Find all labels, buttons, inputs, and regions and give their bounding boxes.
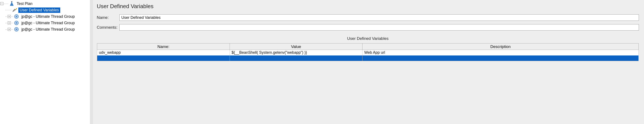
tree-child-2-label[interactable]: jp@gc - Ultimate Thread Group: [20, 20, 76, 26]
tree-connector: [5, 23, 8, 23]
tree-row-child-2[interactable]: + jp@gc - Ultimate Thread Group: [0, 20, 90, 26]
tree-row-root[interactable]: − Test Plan: [0, 1, 90, 7]
variables-table[interactable]: Name: Value Description udv_webapp ${__B…: [97, 43, 639, 61]
cell-description[interactable]: Web App url: [362, 50, 639, 55]
content-pane: User Defined Variables Name: Comments: U…: [93, 0, 644, 124]
tree-child-0-label[interactable]: User Defined Variables: [18, 8, 60, 13]
tree-row-child-1[interactable]: + jp@gc - Ultimate Thread Group: [0, 13, 90, 20]
expand-icon[interactable]: +: [8, 28, 11, 31]
collapse-icon[interactable]: −: [0, 2, 4, 5]
pane-splitter[interactable]: [91, 0, 93, 124]
gear-icon: [14, 14, 19, 19]
tree-root-label[interactable]: Test Plan: [16, 1, 34, 7]
flask-icon: [9, 1, 14, 7]
name-field[interactable]: [120, 14, 639, 21]
gear-icon: [14, 27, 19, 32]
cell-value[interactable]: ${__BeanShell( System.getenv("webapp") )…: [230, 50, 362, 55]
tree-connector: [5, 17, 8, 17]
table-row[interactable]: udv_webapp ${__BeanShell( System.getenv(…: [97, 50, 639, 55]
expand-icon[interactable]: +: [8, 15, 11, 18]
form-row-name: Name:: [97, 14, 639, 21]
expand-icon[interactable]: +: [8, 21, 11, 24]
tree-connector: [5, 10, 11, 10]
col-header-name[interactable]: Name:: [97, 44, 230, 50]
svg-point-6: [16, 29, 17, 30]
table-row-empty-selected[interactable]: [97, 55, 639, 61]
page-title: User Defined Variables: [97, 3, 639, 10]
tree-row-child-0[interactable]: User Defined Variables: [0, 7, 90, 13]
svg-rect-0: [11, 1, 12, 2]
tree-connector: [11, 29, 13, 30]
variables-table-wrap: Name: Value Description udv_webapp ${__B…: [97, 43, 639, 124]
cell-name[interactable]: udv_webapp: [97, 50, 230, 55]
tree-connector: [11, 17, 13, 17]
tree-child-1-label[interactable]: jp@gc - Ultimate Thread Group: [20, 14, 76, 19]
tree-pane: − Test Plan User Defined Variables + jp@…: [0, 0, 91, 124]
gear-icon: [14, 20, 19, 26]
name-label: Name:: [97, 15, 120, 20]
tree-child-3-label[interactable]: jp@gc - Ultimate Thread Group: [20, 27, 76, 32]
tree-connector: [11, 23, 13, 23]
table-section-title: User Defined Variables: [97, 36, 639, 41]
tools-icon: [12, 7, 18, 13]
comments-label: Comments:: [97, 25, 120, 30]
tree-connector: [5, 29, 8, 30]
form-row-comments: Comments:: [97, 24, 639, 31]
svg-point-2: [16, 16, 17, 17]
comments-field[interactable]: [120, 24, 639, 31]
tree-row-child-3[interactable]: + jp@gc - Ultimate Thread Group: [0, 26, 90, 33]
col-header-description[interactable]: Description: [362, 44, 639, 50]
col-header-value[interactable]: Value: [230, 44, 362, 50]
svg-point-4: [16, 22, 17, 24]
